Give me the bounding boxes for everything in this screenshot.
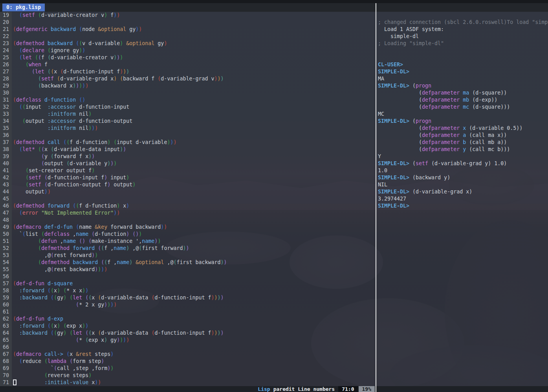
code-line[interactable]: 43 (setf (d-function-output f) output): [0, 181, 376, 188]
code-line[interactable]: 58 :forward ((x) (* x x)): [0, 287, 376, 294]
code-token: d-function-input f: [154, 330, 211, 336]
code-token: ): [211, 295, 214, 301]
code-token: ,@: [13, 266, 51, 272]
code-token: d-variable-data: [101, 330, 151, 336]
code-line[interactable]: 31(defclass d-function (): [0, 97, 376, 104]
code-line[interactable]: 69 `(call ,step ,form)): [0, 365, 376, 372]
code-line[interactable]: 33 :initform nil): [0, 111, 376, 118]
code-token: (: [22, 104, 26, 110]
code-line[interactable]: 70 (reverse steps): [0, 372, 376, 379]
code-token: * x x: [66, 288, 82, 294]
code-line[interactable]: 42 (setf (d-function-input f) input): [0, 174, 376, 181]
code-line[interactable]: 26 (when f: [0, 61, 376, 68]
code-line[interactable]: 61: [0, 308, 376, 315]
code-line[interactable]: 53 ,@(rest forward)): [0, 252, 376, 259]
code-line[interactable]: 21(defgeneric backward (node &optional g…: [0, 26, 376, 33]
code-line[interactable]: 60 (* 2 x gy)))): [0, 301, 376, 308]
code-line[interactable]: 24 (declare (ignore gy)): [0, 47, 376, 54]
code-line[interactable]: 30: [0, 89, 376, 97]
code-line[interactable]: 20: [0, 19, 376, 26]
code-line[interactable]: 51 (defun ,name () (make-instance ',name…: [0, 238, 376, 245]
code-token: [13, 83, 38, 89]
code-line[interactable]: 38 (let* ((x (d-variable-data input)): [0, 146, 376, 153]
code-line[interactable]: 47 (error "Not Implemented Error")): [0, 210, 376, 217]
code-line[interactable]: 35 :initform nil))): [0, 125, 376, 132]
code-token: y: [44, 153, 51, 159]
code-line[interactable]: 71 :initial-value x)): [0, 379, 376, 386]
code-line[interactable]: 34 (output :accessor d-function-output: [0, 118, 376, 125]
code-line[interactable]: 46(defmethod forward ((f d-function) x): [0, 202, 376, 210]
code-line[interactable]: 67(defmacro call-> (x &rest steps): [0, 351, 376, 358]
code-line[interactable]: 68 (reduce (lambda (form step): [0, 358, 376, 365]
code-line[interactable]: 62(def-d-fun d-exp: [0, 315, 376, 323]
code-token: ): [107, 302, 110, 308]
code-token: [57, 238, 60, 244]
code-token: v d-variable: [82, 40, 120, 46]
code-line[interactable]: 56: [0, 273, 376, 280]
code-token: (: [79, 97, 82, 103]
code-line[interactable]: 50 `(list (defclass ,name (d-function) (…: [0, 231, 376, 238]
code-line[interactable]: 59 :backward ((gy) (let ((x (d-variable-…: [0, 294, 376, 301]
code-line[interactable]: 19 (setf (d-variable-creator v) f)): [0, 12, 376, 19]
code-token: [13, 168, 26, 173]
code-line[interactable]: 66: [0, 344, 376, 351]
code-token: (: [38, 238, 41, 244]
code-token: [76, 97, 79, 103]
pane-divider[interactable]: [376, 3, 376, 392]
code-line[interactable]: 36: [0, 132, 376, 139]
code-token: ): [57, 323, 60, 329]
code-token: [66, 358, 70, 364]
code-token: (: [26, 168, 29, 173]
line-number: 37: [0, 139, 12, 146]
code-line[interactable]: 37(defmethod call ((f d-function) (input…: [0, 139, 376, 146]
code-line[interactable]: 39 (y (forward f x)): [0, 153, 376, 160]
line-number: 19: [0, 12, 12, 19]
editor-pane[interactable]: 19 (setf (d-variable-creator v) f))2021(…: [0, 12, 376, 386]
code-token: (: [41, 231, 44, 237]
code-line-text: [12, 195, 13, 202]
code-line[interactable]: 23(defmethod backward ((v d-variable) &o…: [0, 40, 376, 47]
code-line[interactable]: 55 ,@(rest backward)))): [0, 266, 376, 273]
code-line[interactable]: 40 (output (d-variable y))): [0, 160, 376, 167]
code-line[interactable]: 64 :backward ((gy) (let ((x (d-variable-…: [0, 330, 376, 337]
code-line[interactable]: 22: [0, 33, 376, 40]
code-token: [13, 76, 38, 82]
code-token: [44, 47, 48, 53]
line-number: 25: [0, 54, 12, 61]
code-line[interactable]: 49(defmacro def-d-fun (name &key forward…: [0, 224, 376, 231]
code-token: ): [85, 288, 88, 294]
code-line[interactable]: 63 :forward ((x) (exp x)): [0, 323, 376, 330]
code-line-text: (defmacro call-> (x &rest steps): [12, 351, 114, 358]
code-token: ): [101, 358, 104, 364]
code-line[interactable]: 25 (let ((f (d-variable-creator v))): [0, 54, 376, 61]
code-line-text: (let ((x (d-function-input f))): [12, 68, 129, 75]
code-token: (: [378, 132, 422, 138]
code-token: ): [88, 125, 92, 131]
code-line[interactable]: 44 output)): [0, 188, 376, 195]
code-line[interactable]: 27 (let ((x (d-function-input f))): [0, 68, 376, 75]
code-token: backward x: [41, 83, 73, 89]
code-token: [13, 12, 19, 18]
code-token: (: [48, 69, 51, 75]
line-number: 32: [0, 104, 12, 111]
code-line[interactable]: 65 (* (exp x) gy)))): [0, 337, 376, 344]
code-token: [460, 104, 463, 110]
repl-pane[interactable]: ; changed connection (sbcl 2.6.0.roswell…: [376, 12, 548, 386]
code-line[interactable]: 29 (backward x))))): [0, 82, 376, 89]
code-token: :backward: [19, 295, 48, 301]
code-line[interactable]: 52 (defmethod forward ((f ,name) ,@(firs…: [0, 245, 376, 252]
code-line[interactable]: 54 (defmethod backward ((f ,name) &optio…: [0, 259, 376, 266]
code-line[interactable]: 32 ((input :accessor d-function-input: [0, 104, 376, 111]
code-token: ): [95, 379, 98, 385]
code-line[interactable]: 45: [0, 195, 376, 202]
code-token: error: [22, 210, 38, 216]
code-token: [13, 47, 19, 53]
code-line[interactable]: 28 (setf (d-variable-grad x) (backward f…: [0, 75, 376, 82]
code-line[interactable]: 48: [0, 217, 376, 224]
code-token: ): [63, 330, 66, 336]
line-number: 35: [0, 125, 12, 132]
code-token: [48, 330, 51, 336]
code-line[interactable]: 41 (set-creator output f): [0, 167, 376, 174]
code-line[interactable]: 57(def-d-fun d-square: [0, 280, 376, 287]
tab-pkg-lisp[interactable]: 0: pkg.lisp: [2, 4, 45, 11]
